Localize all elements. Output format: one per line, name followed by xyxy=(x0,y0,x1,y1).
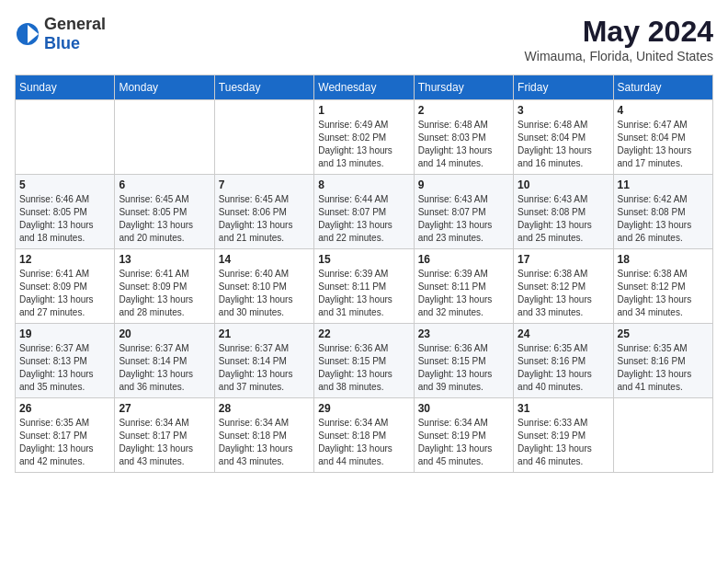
cell-info-text: Sunrise: 6:49 AM Sunset: 8:02 PM Dayligh… xyxy=(318,119,409,170)
calendar-cell: 3Sunrise: 6:48 AM Sunset: 8:04 PM Daylig… xyxy=(514,100,613,175)
cell-day-number: 2 xyxy=(418,104,509,117)
title-area: May 2024 Wimauma, Florida, United States xyxy=(525,15,713,63)
cell-day-number: 29 xyxy=(318,402,409,415)
cell-info-text: Sunrise: 6:36 AM Sunset: 8:15 PM Dayligh… xyxy=(418,342,509,394)
calendar-cell: 2Sunrise: 6:48 AM Sunset: 8:03 PM Daylig… xyxy=(414,100,513,175)
calendar-header: SundayMondayTuesdayWednesdayThursdayFrid… xyxy=(16,75,713,100)
calendar-cell: 6Sunrise: 6:45 AM Sunset: 8:05 PM Daylig… xyxy=(115,175,214,249)
cell-info-text: Sunrise: 6:43 AM Sunset: 8:08 PM Dayligh… xyxy=(518,193,609,245)
cell-info-text: Sunrise: 6:35 AM Sunset: 8:16 PM Dayligh… xyxy=(618,342,709,394)
cell-day-number: 15 xyxy=(318,253,409,266)
cell-day-number: 20 xyxy=(119,327,210,340)
cell-day-number: 21 xyxy=(219,327,310,340)
calendar-cell: 4Sunrise: 6:47 AM Sunset: 8:04 PM Daylig… xyxy=(613,100,712,175)
cell-day-number: 24 xyxy=(518,327,609,340)
cell-info-text: Sunrise: 6:39 AM Sunset: 8:11 PM Dayligh… xyxy=(418,268,509,319)
calendar-cell: 13Sunrise: 6:41 AM Sunset: 8:09 PM Dayli… xyxy=(115,249,214,324)
page-header: General Blue May 2024 Wimauma, Florida, … xyxy=(15,15,713,63)
calendar-cell: 27Sunrise: 6:34 AM Sunset: 8:17 PM Dayli… xyxy=(115,398,214,473)
cell-info-text: Sunrise: 6:33 AM Sunset: 8:19 PM Dayligh… xyxy=(518,417,609,468)
cell-day-number: 19 xyxy=(19,327,110,340)
calendar-cell: 1Sunrise: 6:49 AM Sunset: 8:02 PM Daylig… xyxy=(314,100,414,175)
weekday-header-sunday: Sunday xyxy=(16,75,115,100)
cell-day-number: 23 xyxy=(418,327,509,340)
cell-day-number: 12 xyxy=(19,253,110,266)
cell-info-text: Sunrise: 6:43 AM Sunset: 8:07 PM Dayligh… xyxy=(418,193,509,245)
calendar-cell: 9Sunrise: 6:43 AM Sunset: 8:07 PM Daylig… xyxy=(414,175,513,249)
calendar-week-2: 5Sunrise: 6:46 AM Sunset: 8:05 PM Daylig… xyxy=(16,175,713,249)
cell-info-text: Sunrise: 6:35 AM Sunset: 8:16 PM Dayligh… xyxy=(518,342,609,394)
cell-day-number: 17 xyxy=(518,253,609,266)
weekday-row: SundayMondayTuesdayWednesdayThursdayFrid… xyxy=(16,75,713,100)
cell-day-number: 1 xyxy=(318,104,409,117)
cell-info-text: Sunrise: 6:36 AM Sunset: 8:15 PM Dayligh… xyxy=(318,342,409,394)
cell-day-number: 4 xyxy=(618,104,709,117)
cell-info-text: Sunrise: 6:37 AM Sunset: 8:13 PM Dayligh… xyxy=(19,342,110,394)
calendar-cell: 17Sunrise: 6:38 AM Sunset: 8:12 PM Dayli… xyxy=(514,249,613,324)
logo-blue-text: Blue xyxy=(44,34,80,52)
cell-info-text: Sunrise: 6:35 AM Sunset: 8:17 PM Dayligh… xyxy=(19,417,110,468)
month-year-title: May 2024 xyxy=(525,15,713,49)
cell-day-number: 6 xyxy=(119,178,210,191)
weekday-header-monday: Monday xyxy=(115,75,214,100)
cell-day-number: 5 xyxy=(19,178,110,191)
weekday-header-wednesday: Wednesday xyxy=(314,75,414,100)
cell-info-text: Sunrise: 6:44 AM Sunset: 8:07 PM Dayligh… xyxy=(318,193,409,245)
cell-info-text: Sunrise: 6:41 AM Sunset: 8:09 PM Dayligh… xyxy=(19,268,110,319)
cell-day-number: 25 xyxy=(618,327,709,340)
calendar-cell: 18Sunrise: 6:38 AM Sunset: 8:12 PM Dayli… xyxy=(613,249,712,324)
cell-info-text: Sunrise: 6:34 AM Sunset: 8:17 PM Dayligh… xyxy=(119,417,210,468)
weekday-header-friday: Friday xyxy=(514,75,613,100)
cell-day-number: 10 xyxy=(518,178,609,191)
calendar-cell xyxy=(214,100,313,175)
cell-info-text: Sunrise: 6:39 AM Sunset: 8:11 PM Dayligh… xyxy=(318,268,409,319)
calendar-cell: 23Sunrise: 6:36 AM Sunset: 8:15 PM Dayli… xyxy=(414,324,513,398)
cell-info-text: Sunrise: 6:38 AM Sunset: 8:12 PM Dayligh… xyxy=(518,268,609,319)
cell-info-text: Sunrise: 6:41 AM Sunset: 8:09 PM Dayligh… xyxy=(119,268,210,319)
calendar-cell: 10Sunrise: 6:43 AM Sunset: 8:08 PM Dayli… xyxy=(514,175,613,249)
logo-general-text: General xyxy=(44,15,106,33)
cell-day-number: 13 xyxy=(119,253,210,266)
cell-day-number: 18 xyxy=(618,253,709,266)
calendar-cell: 22Sunrise: 6:36 AM Sunset: 8:15 PM Dayli… xyxy=(314,324,414,398)
logo-icon xyxy=(15,21,40,47)
cell-day-number: 7 xyxy=(219,178,310,191)
cell-info-text: Sunrise: 6:45 AM Sunset: 8:06 PM Dayligh… xyxy=(219,193,310,245)
location-subtitle: Wimauma, Florida, United States xyxy=(525,49,713,63)
calendar-cell: 28Sunrise: 6:34 AM Sunset: 8:18 PM Dayli… xyxy=(214,398,313,473)
calendar-table: SundayMondayTuesdayWednesdayThursdayFrid… xyxy=(15,75,713,473)
cell-info-text: Sunrise: 6:34 AM Sunset: 8:18 PM Dayligh… xyxy=(219,417,310,468)
calendar-cell: 15Sunrise: 6:39 AM Sunset: 8:11 PM Dayli… xyxy=(314,249,414,324)
cell-info-text: Sunrise: 6:45 AM Sunset: 8:05 PM Dayligh… xyxy=(119,193,210,245)
cell-day-number: 14 xyxy=(219,253,310,266)
cell-info-text: Sunrise: 6:38 AM Sunset: 8:12 PM Dayligh… xyxy=(618,268,709,319)
cell-info-text: Sunrise: 6:48 AM Sunset: 8:03 PM Dayligh… xyxy=(418,119,509,170)
calendar-cell: 19Sunrise: 6:37 AM Sunset: 8:13 PM Dayli… xyxy=(16,324,115,398)
cell-info-text: Sunrise: 6:37 AM Sunset: 8:14 PM Dayligh… xyxy=(219,342,310,394)
cell-info-text: Sunrise: 6:42 AM Sunset: 8:08 PM Dayligh… xyxy=(618,193,709,245)
calendar-cell: 31Sunrise: 6:33 AM Sunset: 8:19 PM Dayli… xyxy=(514,398,613,473)
calendar-week-4: 19Sunrise: 6:37 AM Sunset: 8:13 PM Dayli… xyxy=(16,324,713,398)
calendar-week-3: 12Sunrise: 6:41 AM Sunset: 8:09 PM Dayli… xyxy=(16,249,713,324)
cell-info-text: Sunrise: 6:40 AM Sunset: 8:10 PM Dayligh… xyxy=(219,268,310,319)
calendar-cell: 7Sunrise: 6:45 AM Sunset: 8:06 PM Daylig… xyxy=(214,175,313,249)
cell-day-number: 22 xyxy=(318,327,409,340)
calendar-cell: 16Sunrise: 6:39 AM Sunset: 8:11 PM Dayli… xyxy=(414,249,513,324)
calendar-cell: 30Sunrise: 6:34 AM Sunset: 8:19 PM Dayli… xyxy=(414,398,513,473)
cell-day-number: 3 xyxy=(518,104,609,117)
cell-day-number: 16 xyxy=(418,253,509,266)
cell-info-text: Sunrise: 6:34 AM Sunset: 8:19 PM Dayligh… xyxy=(418,417,509,468)
calendar-cell: 5Sunrise: 6:46 AM Sunset: 8:05 PM Daylig… xyxy=(16,175,115,249)
cell-info-text: Sunrise: 6:47 AM Sunset: 8:04 PM Dayligh… xyxy=(618,119,709,170)
calendar-cell xyxy=(613,398,712,473)
calendar-week-1: 1Sunrise: 6:49 AM Sunset: 8:02 PM Daylig… xyxy=(16,100,713,175)
weekday-header-thursday: Thursday xyxy=(414,75,513,100)
calendar-cell xyxy=(115,100,214,175)
cell-day-number: 9 xyxy=(418,178,509,191)
calendar-cell: 26Sunrise: 6:35 AM Sunset: 8:17 PM Dayli… xyxy=(16,398,115,473)
cell-day-number: 11 xyxy=(618,178,709,191)
cell-info-text: Sunrise: 6:46 AM Sunset: 8:05 PM Dayligh… xyxy=(19,193,110,245)
cell-info-text: Sunrise: 6:48 AM Sunset: 8:04 PM Dayligh… xyxy=(518,119,609,170)
cell-info-text: Sunrise: 6:34 AM Sunset: 8:18 PM Dayligh… xyxy=(318,417,409,468)
calendar-cell: 24Sunrise: 6:35 AM Sunset: 8:16 PM Dayli… xyxy=(514,324,613,398)
